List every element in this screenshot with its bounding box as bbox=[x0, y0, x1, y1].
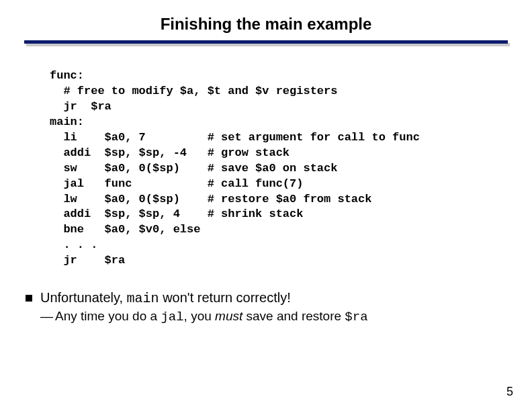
bullet-2-text-mid: , you bbox=[184, 309, 215, 323]
page-number: 5 bbox=[506, 385, 513, 399]
bullet-2: Any time you do a jal, you must save and… bbox=[24, 309, 508, 324]
bullet-2-ital: must bbox=[215, 309, 242, 323]
bullet-1-text-post: won't return correctly! bbox=[159, 290, 291, 305]
slide-title: Finishing the main example bbox=[0, 0, 532, 40]
code-block: func: # free to modify $a, $t and $v reg… bbox=[50, 68, 532, 269]
bullet-2-text-pre: Any time you do a bbox=[55, 309, 161, 323]
bullet-2-text-post: save and restore bbox=[242, 309, 345, 323]
bullet-2-code: jal bbox=[161, 310, 183, 324]
bullet-1-code: main bbox=[127, 291, 159, 306]
bullet-list: Unfortunately, main won't return correct… bbox=[24, 290, 508, 324]
title-rule-bar bbox=[24, 40, 508, 44]
title-rule bbox=[24, 40, 508, 47]
bullet-1-text-pre: Unfortunately, bbox=[40, 290, 127, 305]
bullet-1: Unfortunately, main won't return correct… bbox=[24, 290, 508, 306]
slide: Finishing the main example func: # free … bbox=[0, 0, 532, 411]
bullet-2-code2: $ra bbox=[345, 310, 367, 324]
